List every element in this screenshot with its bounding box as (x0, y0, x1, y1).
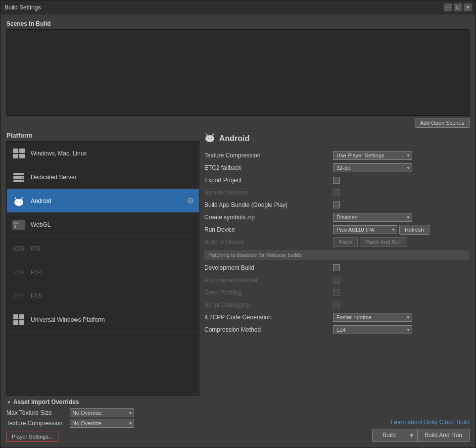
svg-point-28 (211, 138, 212, 139)
setting-run-device: Run Device Pico A8110 (PA ▼ Refresh (204, 224, 470, 235)
platform-item-ps5[interactable]: PS5 PS5 (7, 284, 199, 308)
svg-point-32 (213, 134, 214, 135)
svg-point-8 (22, 177, 23, 178)
add-open-scenes-button[interactable]: Add Open Scenes (415, 118, 470, 128)
platform-ps4-label: PS4 (31, 269, 42, 276)
autoconnect-profiler-label: Autoconnect Profiler (204, 277, 333, 284)
window-controls: ⋯ □ ✕ (444, 3, 472, 11)
asset-import-row-texture: Max Texture Size No Override 32 64 128 2… (6, 408, 199, 417)
build-dropdown-button[interactable]: ▼ (406, 429, 418, 442)
build-settings-window: Build Settings ⋯ □ ✕ Scenes In Build Add… (0, 0, 476, 448)
export-project-checkbox[interactable] (333, 177, 340, 184)
ps4-icon: PS4 (12, 265, 26, 279)
compression-method-value: Default LZ4 LZ4HC ▼ (333, 325, 470, 334)
build-buttons-row: Build ▼ Build And Run (204, 429, 470, 442)
webgl-icon: HTML 5 (12, 218, 26, 232)
maximize-button[interactable]: □ (454, 3, 462, 11)
svg-point-7 (22, 173, 23, 174)
asset-import-row-compression: Texture Compression No Override Force Un… (6, 419, 199, 428)
platform-item-windows[interactable]: Windows, Mac, Linux (7, 142, 199, 165)
asset-import-title-label: Asset Import Overrides (13, 398, 79, 405)
texture-compression-left-label: Texture Compression (6, 420, 66, 427)
build-to-device-label: Build to Device (204, 239, 333, 246)
svg-point-27 (208, 138, 209, 139)
cloud-build-link[interactable]: Learn about Unity Cloud Build (204, 419, 470, 426)
svg-rect-21 (13, 314, 18, 319)
build-to-device-value: Patch Patch And Run (333, 237, 470, 247)
script-debugging-checkbox[interactable] (333, 301, 340, 308)
close-button[interactable]: ✕ (464, 3, 472, 11)
triangle-icon: ▼ (6, 399, 11, 405)
script-debugging-label: Script Debugging (204, 301, 333, 308)
svg-point-17 (22, 197, 23, 198)
texture-compression-dropdown[interactable]: Use Player Settings Don't override DXT P… (333, 151, 412, 160)
svg-point-9 (22, 180, 23, 181)
platform-label: Platform (6, 132, 199, 139)
window-title: Build Settings (4, 4, 444, 11)
main-area: Platform Windows, Mac, Linux (6, 132, 470, 442)
autoconnect-profiler-checkbox[interactable] (333, 277, 340, 284)
run-device-label: Run Device (204, 226, 333, 233)
symlink-sources-label: Symlink Sources (204, 189, 333, 196)
setting-compression-method: Compression Method Default LZ4 LZ4HC ▼ (204, 324, 470, 335)
svg-text:5: 5 (14, 225, 16, 229)
run-device-dropdown[interactable]: Pico A8110 (PA (333, 225, 397, 234)
patch-and-run-button[interactable]: Patch And Run (360, 237, 407, 247)
platform-item-dedicated-server[interactable]: Dedicated Server (7, 165, 199, 189)
asset-import-section: ▼ Asset Import Overrides Max Texture Siz… (6, 398, 199, 428)
compression-method-wrapper: Default LZ4 LZ4HC ▼ (333, 325, 412, 334)
patch-info-text: Patching is disabled for Release builds (208, 252, 302, 258)
development-build-value (333, 264, 470, 271)
platform-item-ios[interactable]: iOS iOS (7, 237, 199, 260)
build-button[interactable]: Build (372, 429, 406, 442)
svg-rect-22 (19, 314, 24, 319)
symlink-sources-checkbox[interactable] (333, 189, 340, 196)
platform-ios-label: iOS (31, 245, 41, 252)
asset-import-rows: Max Texture Size No Override 32 64 128 2… (6, 408, 199, 428)
player-settings-button[interactable]: Player Settings... (6, 432, 58, 442)
setting-symlink-sources: Symlink Sources (204, 187, 470, 198)
patch-button[interactable]: Patch (333, 237, 358, 247)
platform-item-ps4[interactable]: PS4 PS4 (7, 260, 199, 284)
platform-windows-label: Windows, Mac, Linux (31, 150, 87, 157)
platform-item-uwp[interactable]: Universal Windows Platform (7, 308, 199, 332)
add-open-scenes-row: Add Open Scenes (6, 118, 470, 128)
export-project-value (333, 177, 470, 184)
platform-item-android[interactable]: Android ⚙ (7, 189, 199, 213)
deep-profiling-label: Deep Profiling (204, 289, 333, 296)
build-app-bundle-checkbox[interactable] (333, 201, 340, 208)
autoconnect-profiler-value (333, 277, 470, 284)
setting-export-project: Export Project (204, 175, 470, 186)
refresh-button[interactable]: Refresh (399, 225, 429, 235)
max-texture-select-wrapper: No Override 32 64 128 256 512 1024 2048 (70, 408, 134, 417)
etc2-fallback-value: 32-bit 16-bit 32-bit (downscaled) ▼ (333, 163, 470, 172)
deep-profiling-checkbox[interactable] (333, 289, 340, 296)
build-and-run-button[interactable]: Build And Run (418, 429, 470, 442)
script-debugging-value (333, 301, 470, 308)
compression-method-dropdown[interactable]: Default LZ4 LZ4HC (333, 325, 412, 334)
scenes-section: Scenes In Build Add Open Scenes (6, 20, 470, 128)
development-build-label: Development Build (204, 264, 333, 271)
create-symbols-value: Disabled Public Debugging ▼ (333, 213, 470, 222)
development-build-checkbox[interactable] (333, 264, 340, 271)
main-content: Scenes In Build Add Open Scenes Platform (0, 14, 476, 448)
scenes-title: Scenes In Build (6, 20, 470, 27)
il2cpp-dropdown[interactable]: Faster runtime Faster (smaller) builds (333, 313, 412, 322)
etc2-fallback-dropdown[interactable]: 32-bit 16-bit 32-bit (downscaled) (333, 163, 412, 172)
etc2-fallback-label: ETC2 fallback (204, 164, 333, 171)
svg-point-31 (206, 134, 207, 135)
setting-development-build: Development Build (204, 262, 470, 273)
windows-icon (12, 147, 26, 160)
scenes-area (6, 29, 470, 116)
etc2-fallback-wrapper: 32-bit 16-bit 32-bit (downscaled) ▼ (333, 163, 412, 172)
texture-compression-select[interactable]: No Override Force Uncompressed Force Fas… (70, 419, 134, 428)
build-app-bundle-value (333, 201, 470, 208)
svg-rect-26 (207, 137, 213, 141)
create-symbols-dropdown[interactable]: Disabled Public Debugging (333, 213, 412, 222)
max-texture-select[interactable]: No Override 32 64 128 256 512 1024 2048 (70, 408, 134, 417)
platform-item-webgl[interactable]: HTML 5 WebGL (7, 213, 199, 237)
menu-dots-button[interactable]: ⋯ (444, 3, 452, 11)
asset-import-toggle[interactable]: ▼ Asset Import Overrides (6, 398, 199, 405)
svg-text:HTML: HTML (13, 221, 19, 224)
deep-profiling-value (333, 289, 470, 296)
